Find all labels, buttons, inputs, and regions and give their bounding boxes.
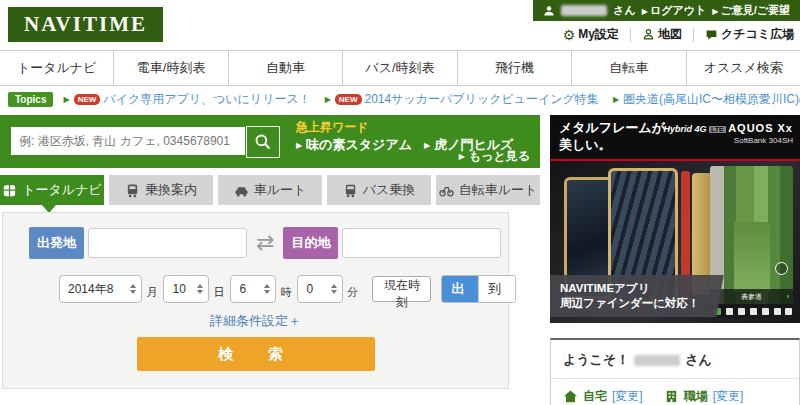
new-badge: NEW	[335, 94, 362, 105]
hour-select[interactable]: 6	[230, 275, 276, 303]
stepper-icon	[331, 284, 337, 294]
keyword-search-input[interactable]	[11, 127, 245, 155]
arrow-icon: ▶	[296, 141, 302, 150]
car-icon	[234, 183, 249, 198]
depart-option[interactable]: 出発	[442, 276, 478, 302]
divider	[630, 28, 631, 42]
ad-brand-block: Hybrid 4G LTE AQUOS Xx SoftBank 304SH	[663, 122, 793, 145]
topics-bar: Topics ▶ NEW バイク専用アプリ、ついにリリース！ ▶ NEW 201…	[8, 90, 800, 108]
toolbar-glyph-icon	[785, 308, 792, 315]
route-tab-car-route[interactable]: 車ルート	[218, 175, 322, 205]
arrow-icon: ▶	[712, 7, 718, 16]
topic-link-soccer-viewing[interactable]: ▶ NEW 2014サッカーパブリックビューイング特集	[325, 91, 599, 108]
user-icon	[543, 5, 555, 17]
cube-icon	[2, 183, 17, 198]
day-select[interactable]: 10	[163, 275, 209, 303]
toolbar-glyph-icon	[738, 308, 745, 315]
streetview-location-label: 表参道	[741, 292, 762, 302]
route-tab-transit[interactable]: 乗換案内	[109, 175, 213, 205]
destination-label: 目的地	[283, 227, 338, 259]
origin-destination-row: 出発地 ⇄ 目的地	[29, 227, 501, 259]
home-link[interactable]: 自宅	[583, 388, 607, 405]
office-building-icon	[664, 389, 679, 404]
home-icon	[563, 389, 578, 404]
advanced-conditions-link[interactable]: 詳細条件設定＋	[3, 312, 508, 330]
keyword-search-panel: 急上昇ワード ▶ 味の素スタジアム ▶ 虎ノ門ヒルズ ▶ もっと見る	[0, 115, 540, 168]
map-pin-person-icon	[642, 28, 655, 41]
nav-tab-total-navi[interactable]: トータルナビ	[0, 51, 113, 85]
bicycle-icon	[439, 183, 454, 198]
review-plaza-link[interactable]: クチコミ広場	[705, 26, 794, 43]
nav-tab-car[interactable]: 自動車	[228, 51, 342, 85]
route-tab-bicycle-route[interactable]: 自転車ルート	[436, 175, 540, 205]
year-month-select[interactable]: 2014年8	[59, 275, 142, 303]
swap-origin-destination-icon[interactable]: ⇄	[256, 232, 274, 254]
office-change-link[interactable]: [変更]	[713, 388, 744, 405]
streetview-screenshot: ‹ 表参道 ›	[710, 166, 793, 318]
aquos-ad-banner[interactable]: メタルフレームが 美しい。 Hybrid 4G LTE AQUOS Xx Sof…	[550, 115, 800, 323]
logout-link[interactable]: ▶ログアウト	[642, 3, 706, 18]
nav-tab-airplane[interactable]: 飛行機	[457, 51, 571, 85]
destination-input[interactable]	[342, 228, 501, 258]
home-change-link[interactable]: [変更]	[612, 388, 643, 405]
saved-places-row: 自宅 [変更] 職場 [変更]	[551, 379, 799, 405]
ad-caption: NAVITIMEアプリ 周辺ファインダーに対応！	[560, 281, 700, 312]
arrow-icon: ▶	[459, 152, 465, 161]
chevron-right-icon: ›	[787, 293, 789, 300]
see-more-link[interactable]: ▶ もっと見る	[459, 148, 530, 165]
toolbar-glyph-icon	[750, 308, 757, 315]
ad-image: ‹ 表参道 › NAVITIMEアプリ 周辺ファインダーに対応！	[550, 161, 800, 323]
nav-tab-bicycle[interactable]: 自転車	[571, 51, 685, 85]
feedback-link[interactable]: ▶ご意見/ご要望	[712, 3, 790, 18]
arrow-icon: ▶	[424, 141, 430, 150]
map-link[interactable]: 地図	[642, 26, 682, 43]
route-tab-total-navi[interactable]: トータルナビ	[0, 175, 104, 205]
current-time-button[interactable]: 現在時刻	[372, 276, 431, 302]
stepper-icon	[197, 284, 203, 294]
train-icon	[125, 183, 140, 198]
office-link[interactable]: 職場	[684, 388, 708, 405]
minute-select[interactable]: 0	[297, 275, 343, 303]
speech-bubble-icon	[705, 28, 718, 41]
arrive-option[interactable]: 到着	[478, 276, 515, 302]
topic-link-bike-app[interactable]: ▶ NEW バイク専用アプリ、ついにリリース！	[63, 91, 310, 108]
streetview-toolbar	[710, 304, 793, 318]
user-status-bar: さん ▶ログアウト ▶ご意見/ご要望	[533, 0, 800, 21]
redacted-user-name	[561, 5, 607, 16]
arrow-icon: ▶	[325, 95, 331, 104]
trending-link-ajinomoto-stadium[interactable]: ▶ 味の素スタジアム	[296, 136, 412, 154]
topics-badge: Topics	[8, 92, 53, 107]
toolbar-glyph-icon	[762, 308, 769, 315]
new-badge: NEW	[74, 94, 101, 105]
nav-tab-train-timetable[interactable]: 電車/時刻表	[113, 51, 227, 85]
navitime-page: NAVITIME さん ▶ログアウト ▶ご意見/ご要望 ⚙ My設定 地図 クチ…	[0, 0, 800, 405]
ad-model: SoftBank 304SH	[663, 136, 793, 145]
ad-headline: メタルフレームが 美しい。	[559, 120, 665, 154]
origin-input[interactable]	[88, 228, 247, 258]
arrow-icon: ▶	[63, 95, 69, 104]
arrow-icon: ▶	[642, 7, 648, 16]
ad-header: メタルフレームが 美しい。 Hybrid 4G LTE AQUOS Xx Sof…	[550, 115, 800, 161]
my-settings-link[interactable]: ⚙ My設定	[563, 26, 619, 43]
topic-link-kenodo[interactable]: ▶ 圏央道(高尾山IC〜相模原愛川IC)の対応について	[613, 91, 800, 108]
keyword-search-button[interactable]	[246, 126, 280, 158]
streetview-path	[734, 222, 770, 292]
nav-tab-recommended-search[interactable]: オススメ検索	[686, 51, 800, 85]
minute-unit-label: 分	[347, 285, 358, 300]
nav-tab-bus-timetable[interactable]: バス/時刻表	[342, 51, 456, 85]
depart-arrive-toggle: 出発 到着	[441, 275, 516, 303]
divider	[693, 28, 694, 42]
main-nav: トータルナビ 電車/時刻表 自動車 バス/時刻表 飛行機 自転車 オススメ検索	[0, 50, 800, 86]
toolbar-glyph-icon	[726, 308, 733, 315]
welcome-greeting: ようこそ！	[563, 351, 629, 369]
route-tab-bus-transit[interactable]: バス乗換	[327, 175, 431, 205]
navitime-logo[interactable]: NAVITIME	[8, 7, 163, 42]
redacted-user-name	[634, 355, 680, 366]
welcome-suffix: さん	[685, 351, 712, 369]
trending-words-title: 急上昇ワード	[296, 119, 369, 136]
hour-unit-label: 時	[280, 285, 291, 300]
bus-icon	[343, 183, 358, 198]
route-search-button[interactable]: 検 索	[137, 337, 375, 371]
search-icon	[254, 133, 272, 151]
route-mode-tabs: トータルナビ 乗換案内 車ルート バス乗換 自転車ルート	[0, 175, 540, 205]
